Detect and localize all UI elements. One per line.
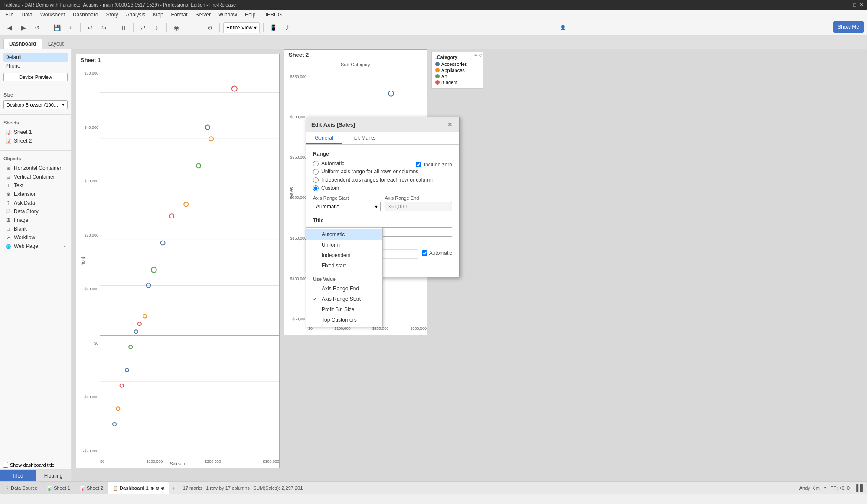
obj-data-story[interactable]: 📄 Data Story xyxy=(3,207,68,216)
sidebar-sheet2[interactable]: 📊 Sheet 2 xyxy=(3,137,68,145)
dropdown-profit-bin-size[interactable]: Profit Bin Size xyxy=(306,304,382,315)
share-btn[interactable]: ⤴ xyxy=(281,22,293,34)
menu-worksheet[interactable]: Worksheet xyxy=(37,11,68,19)
tiled-btn[interactable]: Tiled xyxy=(0,470,36,481)
status-info: 17 marks 1 row by 17 columns SUM(Sales):… xyxy=(183,485,303,491)
filter-btn[interactable]: ⚙ xyxy=(204,22,216,34)
menu-dashboard[interactable]: Dashboard xyxy=(69,11,102,19)
obj-image[interactable]: 🖼 Image xyxy=(3,216,68,224)
legend-dot-accessories xyxy=(435,62,440,66)
back-btn[interactable]: ◀ xyxy=(3,22,16,34)
legend-filter-icon[interactable]: ▽ xyxy=(479,53,482,58)
svg-point-14 xyxy=(169,214,174,218)
status-tab-sheet2[interactable]: 📊 Sheet 2 xyxy=(75,482,108,494)
status-tab-dashboard1[interactable]: 📋 Dashboard 1 ⊕ ⊖ ⊗ xyxy=(108,482,169,494)
dropdown-section-range: Automatic Uniform Independent Fixed star… xyxy=(306,228,382,273)
dropdown-axis-range-end[interactable]: Axis Range End xyxy=(306,283,382,294)
tab-layout[interactable]: Layout xyxy=(43,39,69,49)
tab-dashboard[interactable]: Dashboard xyxy=(3,39,42,49)
obj-text[interactable]: T Text xyxy=(3,181,68,190)
menu-server[interactable]: Server xyxy=(192,11,214,19)
show-dashboard-title-row[interactable]: Show dashboard title xyxy=(0,460,71,469)
redo-btn[interactable]: ↪ xyxy=(98,22,110,34)
image-icon: 🖼 xyxy=(5,217,11,223)
sidebar-phone[interactable]: Phone xyxy=(3,62,68,70)
menu-map[interactable]: Map xyxy=(150,11,166,19)
dialog-tab-general[interactable]: General xyxy=(306,132,342,144)
obj-extension[interactable]: ⚙ Extension xyxy=(3,190,68,198)
sidebar-sheet1[interactable]: 📊 Sheet 1 xyxy=(3,128,68,137)
obj-web-page[interactable]: 🌐 Web Page ▾ xyxy=(3,242,68,250)
extension-icon: ⚙ xyxy=(5,191,11,197)
radio-independent: Independent axis ranges for each row or … xyxy=(313,177,452,183)
add-sheet-btn[interactable]: + xyxy=(169,482,178,494)
dialog-tab-tick-marks[interactable]: Tick Marks xyxy=(342,132,385,144)
minimize-btn[interactable]: − xyxy=(847,2,850,8)
ask-data-icon: ? xyxy=(5,200,11,206)
radio-uniform-input[interactable] xyxy=(313,169,319,175)
status-tab-sheet1[interactable]: 📊 Sheet 1 xyxy=(42,482,75,494)
menu-data[interactable]: Data xyxy=(18,11,36,19)
marks-btn[interactable]: ◉ xyxy=(170,22,183,34)
device-btn[interactable]: 📱 xyxy=(267,22,279,34)
axis-range-start-label: Axis Range Start xyxy=(313,195,381,201)
menu-help[interactable]: Help xyxy=(241,11,259,19)
dropdown-section-use-value: Use Value Axis Range End ✓ Axis Range St… xyxy=(306,273,382,327)
menu-file[interactable]: File xyxy=(2,11,17,19)
legend-controls[interactable]: ✏ ▽ xyxy=(474,53,482,58)
show-me-btn[interactable]: Show Me xyxy=(833,21,864,33)
new-btn[interactable]: + xyxy=(65,22,77,34)
forward-btn[interactable]: ▶ xyxy=(17,22,29,34)
undo-btn[interactable]: ↩ xyxy=(84,22,96,34)
blank-icon: □ xyxy=(5,226,11,232)
axis-range-start-select[interactable]: Automatic ▾ xyxy=(313,202,381,211)
view-dropdown[interactable]: Entire View ▾ xyxy=(223,22,260,33)
swap-btn[interactable]: ⇄ xyxy=(137,22,149,34)
obj-vertical-container[interactable]: ⊟ Vertical Container xyxy=(3,172,68,181)
sort-btn[interactable]: ↕ xyxy=(151,22,163,34)
menu-debug[interactable]: DEBUG xyxy=(260,11,285,19)
dialog-close-btn[interactable]: ✕ xyxy=(446,120,454,128)
maximize-btn[interactable]: □ xyxy=(853,2,856,8)
radio-independent-input[interactable] xyxy=(313,177,319,183)
size-dropdown[interactable]: Desktop Browser (1000 x 8... ▾ xyxy=(3,100,68,109)
highlight-btn[interactable]: T xyxy=(190,22,202,34)
menu-window[interactable]: Window xyxy=(215,11,241,19)
menu-format[interactable]: Format xyxy=(168,11,191,19)
dropdown-uniform[interactable]: Uniform xyxy=(306,240,382,250)
dropdown-independent[interactable]: Independent xyxy=(306,250,382,260)
auto-check: Automatic xyxy=(422,250,452,256)
window-controls[interactable]: − □ ✕ xyxy=(847,2,864,8)
dropdown-top-customers[interactable]: Top Customers xyxy=(306,315,382,325)
save-btn[interactable]: 💾 xyxy=(51,22,63,34)
reload-btn[interactable]: ↺ xyxy=(31,22,43,34)
radio-automatic-input[interactable] xyxy=(313,161,319,166)
sep7 xyxy=(219,23,220,32)
obj-ask-data[interactable]: ? Ask Data xyxy=(3,198,68,207)
include-zero-checkbox[interactable] xyxy=(416,162,421,167)
svg-point-10 xyxy=(205,125,210,130)
radio-custom-input[interactable] xyxy=(313,185,319,191)
sidebar-default[interactable]: Default xyxy=(3,53,68,62)
radio-automatic: Automatic xyxy=(313,160,344,166)
sep1 xyxy=(47,23,47,32)
profile-btn[interactable]: 👤 xyxy=(556,22,570,34)
show-dashboard-title-checkbox[interactable] xyxy=(3,462,8,468)
close-btn[interactable]: ✕ xyxy=(860,2,864,8)
pause-btn[interactable]: ⏸ xyxy=(117,22,130,34)
menu-analysis[interactable]: Analysis xyxy=(123,11,149,19)
menu-story[interactable]: Story xyxy=(103,11,122,19)
status-tab-datasource[interactable]: 🗄 Data Source xyxy=(0,482,42,494)
floating-btn[interactable]: Floating xyxy=(36,470,71,481)
axis-range-end-input[interactable] xyxy=(385,202,453,211)
obj-horizontal-container[interactable]: ⊞ Horizontal Container xyxy=(3,164,68,172)
legend-title: -Category xyxy=(435,55,479,60)
obj-blank[interactable]: □ Blank xyxy=(3,224,68,233)
device-preview-btn[interactable]: Device Preview xyxy=(3,73,68,81)
obj-workflow[interactable]: ↗ Workflow xyxy=(3,233,68,242)
dropdown-fixed-start[interactable]: Fixed start xyxy=(306,260,382,271)
dropdown-automatic[interactable]: Automatic xyxy=(306,229,382,240)
legend-edit-icon[interactable]: ✏ xyxy=(474,53,478,58)
dropdown-axis-range-start[interactable]: ✓ Axis Range Start xyxy=(306,294,382,304)
automatic-checkbox[interactable] xyxy=(422,250,427,256)
